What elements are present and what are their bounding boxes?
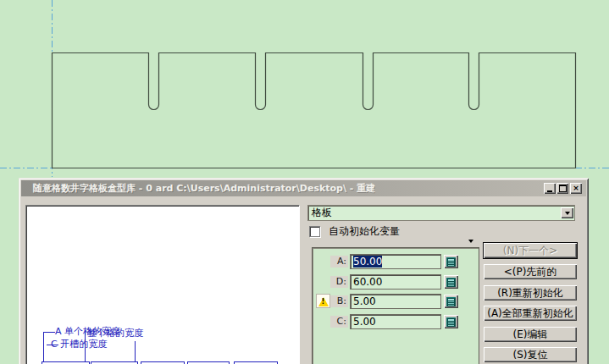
dimension-label-c: C 开槽的宽度 <box>51 338 107 350</box>
calculator-icon <box>446 278 456 287</box>
variables-panel: A: 50.00 D: 60.00 B: 5.00 C: 5.00 <box>312 247 479 364</box>
variable-row-a: A: 50.00 <box>313 254 479 269</box>
dialog-titlebar[interactable]: 随意格数井字格板盒型库 - 0 ard C:\Users\Administrat… <box>21 180 586 196</box>
variable-row-d: D: 60.00 <box>313 274 479 290</box>
combobox-dropdown-button[interactable] <box>561 207 573 218</box>
panel-style-combobox[interactable]: 格板 <box>307 205 575 221</box>
calculator-button[interactable] <box>444 255 458 268</box>
panel-style-value: 格板 <box>308 206 561 220</box>
divider-panel-outline <box>53 53 576 168</box>
variable-b-input[interactable]: 5.00 <box>350 294 441 309</box>
variable-a-input[interactable]: 50.00 <box>350 254 441 269</box>
chevron-down-icon <box>468 240 473 243</box>
calculator-icon <box>446 257 456 267</box>
auto-init-row: 自动初始化变量 <box>309 224 400 239</box>
field-text: 5.00 <box>353 295 376 307</box>
chevron-down-icon <box>565 212 570 215</box>
auto-init-checkbox[interactable] <box>309 226 320 237</box>
edit-button[interactable]: (E)编辑 <box>484 327 577 342</box>
minimize-icon <box>547 190 552 192</box>
close-icon: × <box>573 185 579 192</box>
variable-row-c: C: 5.00 <box>313 314 479 329</box>
leader-line <box>43 332 44 362</box>
calculator-button[interactable] <box>444 275 458 289</box>
auto-init-label: 自动初始化变量 <box>329 224 400 239</box>
rebuild-dialog: 随意格数井字格板盒型库 - 0 ard C:\Users\Administrat… <box>19 178 589 364</box>
selected-text: 50.00 <box>353 256 382 267</box>
variable-name: D: <box>330 276 348 288</box>
variable-name: C: <box>330 316 348 328</box>
leader-line <box>43 332 55 333</box>
calculator-button[interactable] <box>444 295 458 308</box>
maximize-button[interactable] <box>556 183 568 194</box>
dialog-title: 随意格数井字格板盒型库 - 0 ard C:\Users\Administrat… <box>21 182 375 195</box>
variable-name: A: <box>330 256 348 267</box>
leader-line <box>85 330 86 362</box>
field-text: 5.00 <box>353 316 376 328</box>
application-workspace: 随意格数井字格板盒型库 - 0 ard C:\Users\Administrat… <box>0 0 609 364</box>
variable-list-dropdown[interactable] <box>468 240 473 243</box>
minimize-button[interactable] <box>544 183 556 194</box>
close-button[interactable]: × <box>570 183 582 194</box>
variable-c-input[interactable]: 5.00 <box>350 314 441 329</box>
preview-pane[interactable]: A 单个格的宽度 整个格的宽度 C 开槽的宽度 <box>25 205 300 364</box>
variable-row-b: B: 5.00 <box>313 294 479 309</box>
next-button[interactable]: (N)下一个> <box>484 243 577 258</box>
calculator-icon <box>446 317 456 327</box>
leader-line <box>135 341 136 362</box>
maximize-icon <box>559 185 567 192</box>
variable-name: B: <box>330 295 348 307</box>
calculator-icon <box>446 297 456 306</box>
reinitialize-button[interactable]: (R)重新初始化 <box>484 285 577 301</box>
reinitialize-all-button[interactable]: (A)全部重新初始化 <box>484 306 577 321</box>
calculator-button[interactable] <box>444 315 458 328</box>
variable-d-input[interactable]: 60.00 <box>350 274 441 290</box>
reset-button[interactable]: (S)复位 <box>484 347 577 362</box>
field-text: 60.00 <box>353 276 382 288</box>
leader-line <box>47 345 58 345</box>
previous-button[interactable]: <(P)先前的 <box>484 264 577 279</box>
